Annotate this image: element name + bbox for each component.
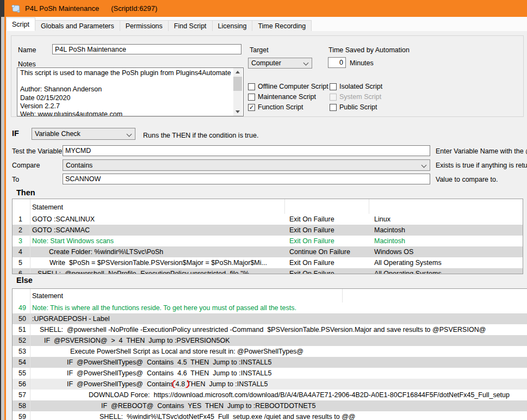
os-cell[interactable]: All Operating Systems: [369, 259, 523, 267]
compare-select[interactable]: Contains: [63, 159, 430, 171]
statement-cell[interactable]: IF @PowerShellTypes@ Contains 4.6 THEN J…: [30, 369, 527, 377]
row-number[interactable]: 6: [13, 268, 30, 274]
row-number[interactable]: 59: [13, 411, 30, 420]
on-failure-cell[interactable]: Exit On Failure: [284, 270, 369, 274]
row-number[interactable]: 51: [13, 324, 30, 335]
statement-text: IF @PowerShellTypes@ Contains: [67, 380, 176, 388]
os-cell[interactable]: Windows OS: [369, 248, 523, 256]
table-row[interactable]: 51SHELL: @powershell -NoProfile -Executi…: [13, 324, 527, 335]
checkbox-public-script[interactable]: Public Script: [330, 103, 377, 111]
table-row[interactable]: 58IF @REBOOT@ Contains YES THEN Jump to …: [13, 400, 527, 411]
tab-licensing[interactable]: Licensing: [212, 20, 253, 32]
os-cell[interactable]: Macintosh: [369, 226, 523, 234]
statement-cell[interactable]: SHELL: %windir%\LTSvc\dotNetFx45_Full_se…: [30, 413, 527, 420]
tab-find-script[interactable]: Find Script: [168, 20, 213, 32]
table-header: Statement: [13, 199, 523, 214]
row-number[interactable]: 58: [13, 400, 30, 411]
compare-to-input[interactable]: [63, 174, 430, 184]
row-number[interactable]: 50: [13, 313, 30, 324]
table-row[interactable]: 56IF @PowerShellTypes@ Contains 4.8 THEN…: [13, 379, 527, 390]
table-row[interactable]: 55IF @PowerShellTypes@ Contains 4.6 THEN…: [13, 368, 527, 379]
row-number[interactable]: 56: [13, 379, 30, 390]
on-failure-cell[interactable]: Exit On Failure: [284, 226, 369, 234]
table-row[interactable]: 3Note: Start Windows scansExit On Failur…: [13, 236, 523, 246]
row-number[interactable]: 1: [13, 214, 30, 225]
checkbox-label: Public Script: [339, 103, 377, 111]
row-number[interactable]: 49: [13, 302, 30, 313]
unchecked-box-icon[interactable]: [330, 83, 337, 90]
notes-scrollbar[interactable]: [233, 68, 242, 116]
statement-cell[interactable]: GOTO :SCANMAC: [30, 226, 284, 234]
checkbox-offline-computer-script[interactable]: Offline Computer Script: [248, 83, 328, 90]
to-label: To: [12, 176, 19, 183]
row-number[interactable]: 4: [13, 246, 30, 257]
table-row[interactable]: 1GOTO :SCANLINUXExit On FailureLinux: [13, 214, 523, 225]
statement-cell[interactable]: SHELL: @powershell -NoProfile -Execution…: [30, 326, 527, 333]
table-row[interactable]: 2GOTO :SCANMACExit On FailureMacintosh: [13, 225, 523, 236]
row-number[interactable]: 2: [13, 225, 30, 236]
table-row[interactable]: 53Execute PowerShell Script as Local and…: [13, 346, 527, 357]
checked-box-icon[interactable]: ✓: [248, 104, 255, 111]
name-input[interactable]: [52, 44, 241, 54]
statement-cell[interactable]: SHELL: @powershell -NoProfile -Execution…: [30, 270, 284, 274]
tab-time-recording[interactable]: Time Recording: [252, 20, 312, 32]
table-row[interactable]: 6SHELL: @powershell -NoProfile -Executio…: [13, 268, 523, 274]
checkbox-system-script: System Script: [330, 93, 381, 101]
statement-cell[interactable]: IF @REBOOT@ Contains YES THEN Jump to :R…: [30, 402, 527, 410]
statement-cell[interactable]: Write $PoSh = $PSVersionTable.PSVersion$…: [30, 259, 284, 267]
table-row[interactable]: 50:UPGRADEPOSH - Label: [13, 313, 527, 324]
tab-permissions[interactable]: Permissions: [120, 20, 169, 32]
time-saved-input[interactable]: [328, 57, 346, 68]
table-row[interactable]: 4Create Folder: %windir%\LTSvc\PoShConti…: [13, 246, 523, 257]
row-number[interactable]: 57: [13, 390, 30, 400]
statement-cell[interactable]: IF @PSVERSION@ > 4 THEN Jump to :PSVERSI…: [30, 337, 527, 344]
tab-script[interactable]: Script: [6, 17, 35, 31]
statement-cell[interactable]: DOWNLOAD Force: https://download.microso…: [30, 391, 527, 399]
then-table: Statement1GOTO :SCANLINUXExit On Failure…: [12, 199, 523, 274]
statement-cell[interactable]: Execute PowerShell Script as Local and s…: [30, 348, 527, 355]
table-row[interactable]: 52IF @PSVERSION@ > 4 THEN Jump to :PSVER…: [13, 335, 527, 346]
row-number[interactable]: 5: [13, 257, 30, 268]
unchecked-box-icon[interactable]: [330, 94, 337, 101]
scrollbar-thumb[interactable]: [233, 77, 242, 91]
if-condition-select[interactable]: Variable Check: [32, 128, 135, 140]
statement-cell[interactable]: Create Folder: %windir%\LTSvc\PoSh: [30, 248, 284, 256]
scroll-up-button[interactable]: [233, 68, 242, 76]
tab-globals-and-parameters[interactable]: Globals and Parameters: [35, 20, 120, 32]
on-failure-cell[interactable]: Exit On Failure: [284, 215, 369, 223]
notes-textarea[interactable]: This script is used to manage the PoSh p…: [17, 67, 244, 116]
checkbox-maintenance-script[interactable]: Maintenance Script: [248, 93, 316, 101]
unchecked-box-icon[interactable]: [248, 94, 255, 101]
os-cell[interactable]: Macintosh: [369, 237, 523, 245]
statement-cell[interactable]: Note: This is where all the functions re…: [30, 304, 527, 312]
on-failure-cell[interactable]: Continue On Failure: [284, 248, 369, 256]
statement-cell[interactable]: IF @PowerShellTypes@ Contains 4.5 THEN J…: [30, 359, 527, 366]
os-cell[interactable]: All Operating Systems: [369, 270, 523, 274]
compare-value: Contains: [66, 162, 92, 169]
statement-cell[interactable]: Note: Start Windows scans: [30, 237, 284, 245]
statement-cell[interactable]: GOTO :SCANLINUX: [30, 215, 284, 223]
statement-cell[interactable]: IF @PowerShellTypes@ Contains 4.8 THEN J…: [30, 380, 527, 388]
unchecked-box-icon[interactable]: [248, 83, 255, 90]
row-number[interactable]: 54: [13, 357, 30, 368]
checkbox-isolated-script[interactable]: Isolated Script: [330, 83, 382, 90]
table-row[interactable]: 54IF @PowerShellTypes@ Contains 4.5 THEN…: [13, 357, 527, 368]
table-row[interactable]: 59SHELL: %windir%\LTSvc\dotNetFx45_Full_…: [13, 411, 527, 420]
row-number[interactable]: 52: [13, 335, 30, 346]
variable-name-input[interactable]: [63, 145, 430, 156]
row-number[interactable]: 3: [13, 236, 30, 246]
table-row[interactable]: 5Write $PoSh = $PSVersionTable.PSVersion…: [13, 257, 523, 268]
statement-cell[interactable]: :UPGRADEPOSH - Label: [30, 315, 527, 323]
os-cell[interactable]: Linux: [369, 215, 523, 223]
on-failure-cell[interactable]: Exit On Failure: [284, 237, 369, 245]
row-number[interactable]: 55: [13, 368, 30, 379]
checkbox-function-script[interactable]: ✓Function Script: [248, 103, 303, 111]
scroll-down-button[interactable]: [233, 108, 242, 116]
target-select[interactable]: Computer: [248, 58, 312, 69]
table-row[interactable]: 49Note: This is where all the functions …: [13, 302, 527, 313]
else-table: Statement49Note: This is where all the f…: [12, 288, 527, 420]
row-number[interactable]: 53: [13, 346, 30, 357]
on-failure-cell[interactable]: Exit On Failure: [284, 259, 369, 267]
table-row[interactable]: 57DOWNLOAD Force: https://download.micro…: [13, 390, 527, 400]
unchecked-box-icon[interactable]: [330, 104, 337, 111]
